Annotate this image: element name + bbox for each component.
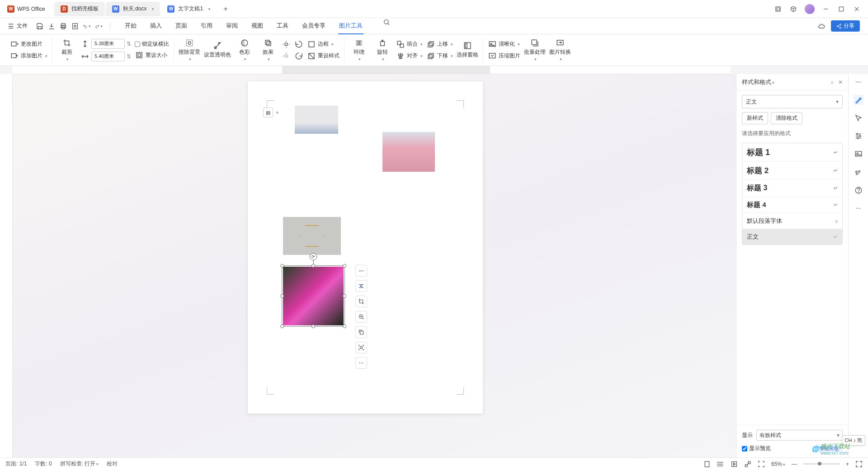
maximize-button[interactable] bbox=[837, 5, 845, 13]
selection-frame[interactable]: ⟳ bbox=[282, 265, 345, 327]
canvas[interactable]: ▤ ▾ ⟳ — bbox=[13, 74, 736, 457]
clear-style-button[interactable]: 清除格式 bbox=[771, 112, 802, 124]
rotate-left-icon[interactable] bbox=[294, 40, 303, 49]
resize-handle[interactable] bbox=[343, 264, 346, 268]
show-select[interactable]: 有效样式▾ bbox=[756, 430, 843, 441]
style-item-body[interactable]: 正文↵ bbox=[742, 229, 842, 244]
menu-tab-picture-tools[interactable]: 图片工具 bbox=[338, 18, 363, 34]
redo-button[interactable] bbox=[94, 22, 103, 30]
zoom-slider[interactable] bbox=[803, 463, 840, 465]
zoom-in-button[interactable]: + bbox=[846, 461, 849, 467]
reset-style-button[interactable]: 重设样式 bbox=[307, 52, 340, 61]
tab-document-1[interactable]: W 秋天.docx bbox=[106, 2, 160, 16]
resize-handle[interactable] bbox=[280, 294, 284, 298]
transparency-button[interactable]: 设置透明色 bbox=[204, 41, 231, 59]
float-collapse-button[interactable]: — bbox=[355, 265, 367, 277]
add-tab-button[interactable]: + bbox=[220, 4, 231, 14]
add-image-button[interactable]: 添加图片 bbox=[10, 52, 47, 61]
styles-tool-icon[interactable] bbox=[854, 95, 863, 105]
width-input[interactable]: 5.40厘米 bbox=[91, 52, 125, 61]
color-button[interactable]: 色彩 bbox=[235, 38, 255, 61]
current-style-select[interactable]: 正文▾ bbox=[742, 95, 843, 108]
compress-button[interactable]: 压缩图片 bbox=[488, 52, 520, 61]
image-1[interactable] bbox=[295, 106, 338, 134]
border-button[interactable]: 边框 bbox=[307, 40, 340, 49]
menu-tab-tools[interactable]: 工具 bbox=[276, 18, 289, 34]
contrast-icon[interactable] bbox=[282, 52, 291, 61]
style-item-h4[interactable]: 标题 4↵ bbox=[742, 197, 842, 213]
print-icon[interactable] bbox=[59, 22, 67, 30]
collapse-panel-icon[interactable]: — bbox=[854, 77, 863, 87]
layout-dropdown[interactable]: ▾ bbox=[274, 108, 280, 118]
tools-icon[interactable] bbox=[854, 167, 863, 177]
close-button[interactable] bbox=[853, 5, 861, 13]
float-copy-button[interactable] bbox=[355, 326, 367, 338]
cube-icon[interactable] bbox=[789, 5, 797, 13]
fullscreen-icon[interactable] bbox=[855, 461, 863, 468]
preview-checkbox[interactable]: 显示预览 bbox=[742, 445, 771, 452]
float-more-button[interactable]: ⋯ bbox=[355, 357, 367, 369]
export-icon[interactable] bbox=[47, 22, 56, 30]
reset-size-button[interactable]: 重设大小 bbox=[135, 51, 169, 60]
wrap-button[interactable]: 环绕 bbox=[349, 38, 369, 61]
image-2[interactable] bbox=[382, 132, 435, 172]
resize-handle[interactable] bbox=[311, 324, 315, 328]
pin-icon[interactable]: ⟐ bbox=[830, 79, 834, 85]
zoom-level[interactable]: 65% bbox=[771, 461, 785, 467]
rotate-right-icon[interactable] bbox=[294, 52, 303, 61]
style-item-default[interactable]: 默认段落字体a bbox=[742, 213, 842, 229]
resize-handle[interactable] bbox=[280, 324, 284, 328]
move-down-button[interactable]: 下移 bbox=[426, 52, 453, 61]
menu-tab-reference[interactable]: 引用 bbox=[200, 18, 213, 34]
menu-tab-start[interactable]: 开始 bbox=[124, 18, 137, 34]
file-menu[interactable]: ☰ 文件 bbox=[5, 20, 31, 32]
change-image-button[interactable]: 更改图片 bbox=[10, 40, 47, 49]
zoom-fit-icon[interactable] bbox=[758, 461, 765, 468]
style-item-h3[interactable]: 标题 3↵ bbox=[742, 180, 842, 197]
menu-tab-page[interactable]: 页面 bbox=[175, 18, 188, 34]
zoom-out-button[interactable]: — bbox=[792, 461, 797, 467]
float-crop-button[interactable] bbox=[355, 296, 367, 307]
rotate-button[interactable]: 旋转 bbox=[373, 38, 392, 61]
effect-button[interactable]: 效果 bbox=[258, 38, 278, 61]
style-panel-title[interactable]: 样式和格式 bbox=[742, 78, 830, 86]
resize-handle[interactable] bbox=[343, 324, 346, 328]
selection-pane-button[interactable]: 选择窗格 bbox=[457, 41, 478, 59]
menu-tab-insert[interactable]: 插入 bbox=[149, 18, 163, 34]
style-item-h1[interactable]: 标题 1↵ bbox=[742, 143, 842, 162]
image-3[interactable] bbox=[283, 217, 341, 255]
status-proof[interactable]: 校对 bbox=[107, 460, 118, 468]
layout-options-button[interactable]: ▤ bbox=[263, 108, 273, 118]
share-button[interactable]: 分享 bbox=[831, 20, 860, 32]
new-style-button[interactable]: 新样式 bbox=[742, 112, 768, 124]
view-read-icon[interactable] bbox=[731, 461, 738, 468]
float-zoom-button[interactable] bbox=[355, 311, 367, 323]
batch-button[interactable]: 批量处理 bbox=[524, 38, 546, 61]
resize-handle[interactable] bbox=[311, 264, 315, 268]
view-page-icon[interactable] bbox=[703, 461, 711, 468]
user-avatar[interactable] bbox=[805, 4, 815, 14]
close-panel-icon[interactable]: ✕ bbox=[838, 79, 843, 85]
height-input[interactable]: 5.38厘米 bbox=[91, 39, 125, 49]
view-outline-icon[interactable] bbox=[717, 461, 724, 468]
more-icon[interactable]: ⋯ bbox=[854, 203, 863, 213]
preview-icon[interactable] bbox=[71, 22, 79, 30]
tab-document-2[interactable]: W 文字文稿1 bbox=[161, 2, 217, 16]
status-spell[interactable]: 拼写检查: 打开 bbox=[60, 460, 99, 468]
menu-tab-view[interactable]: 视图 bbox=[250, 18, 264, 34]
group-button[interactable]: 组合 bbox=[396, 40, 423, 49]
window-layout-icon[interactable] bbox=[774, 5, 782, 13]
lock-ratio-checkbox[interactable]: 锁定纵横比 bbox=[135, 40, 169, 48]
cloud-icon[interactable] bbox=[817, 22, 826, 30]
float-ocr-button[interactable] bbox=[355, 342, 367, 353]
image-tool-icon[interactable] bbox=[854, 149, 863, 159]
brightness-icon[interactable] bbox=[282, 40, 291, 49]
clarity-button[interactable]: 清晰化 bbox=[488, 40, 520, 49]
menu-tab-member[interactable]: 会员专享 bbox=[301, 18, 326, 34]
crop-button[interactable]: 裁剪 bbox=[57, 38, 77, 61]
menu-tab-review[interactable]: 审阅 bbox=[225, 18, 239, 34]
save-icon[interactable] bbox=[36, 22, 44, 30]
resize-handle[interactable] bbox=[280, 264, 284, 268]
float-layout-button[interactable] bbox=[355, 280, 367, 292]
align-button[interactable]: 对齐 bbox=[396, 52, 423, 61]
